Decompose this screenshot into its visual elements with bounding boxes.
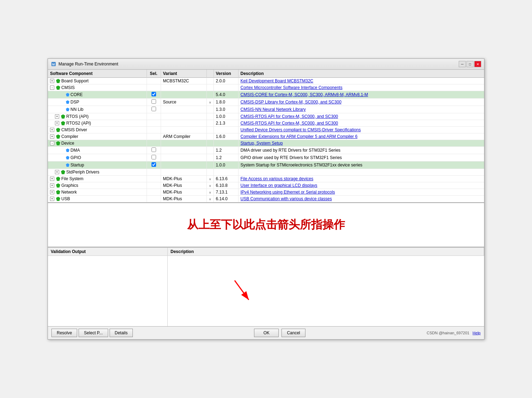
gem-icon: [56, 79, 60, 83]
sel-cell: [147, 196, 161, 202]
expand-icon[interactable]: +: [50, 190, 54, 194]
sel-cell: [147, 113, 161, 120]
details-button[interactable]: Details: [110, 329, 133, 337]
table-row: +RTOS (API)1.0.0CMSIS-RTOS API for Corte…: [48, 113, 484, 120]
variant-dropdown-arrow[interactable]: ∨: [209, 177, 211, 181]
component-name-cell: +RTOS2 (API): [48, 120, 147, 127]
gem-icon: [56, 86, 60, 90]
expand-icon[interactable]: +: [50, 183, 54, 188]
variant-dropdown-arrow[interactable]: ∨: [209, 101, 211, 104]
variant-dropdown-arrow[interactable]: ∨: [209, 184, 211, 188]
sel-checkbox[interactable]: [151, 107, 156, 111]
description-link[interactable]: Unified Device Drivers compliant to CMSI…: [241, 127, 361, 132]
expand-icon[interactable]: +: [55, 114, 59, 119]
gem-icon: [61, 114, 65, 119]
description-link[interactable]: CMSIS-DSP Library for Cortex-M, SC000, a…: [241, 100, 342, 105]
maximize-button[interactable]: □: [466, 61, 474, 67]
variant-dropdown-arrow[interactable]: ∨: [209, 191, 211, 194]
description-link[interactable]: Startup, System Setup: [241, 141, 283, 146]
table-row: +StdPeriph Drivers: [48, 169, 484, 176]
gem-icon: [56, 190, 60, 194]
table-row: +NetworkMDK-Plus∨7.13.1IPv4 Networking u…: [48, 189, 484, 196]
ok-button[interactable]: OK: [254, 329, 279, 337]
table-row: -DeviceStartup, System Setup: [48, 140, 484, 147]
svg-line-3: [235, 280, 249, 300]
variant-dropdown-cell: [206, 78, 214, 84]
help-link[interactable]: Help: [472, 331, 481, 335]
description-link[interactable]: User Interface on graphical LCD displays: [241, 183, 317, 188]
description-cell: File Access on various storage devices: [238, 176, 484, 182]
component-label: DSP: [70, 100, 79, 105]
version-cell: 1.0.0: [214, 162, 238, 169]
cancel-button[interactable]: Cancel: [282, 329, 305, 337]
description-cell: GPIO driver used by RTE Drivers for STM3…: [238, 154, 484, 162]
gem-icon: [61, 170, 65, 174]
description-link[interactable]: Keil Development Board MCBSTM32C: [241, 78, 314, 83]
table-row: +CMSIS DriverUnified Device Drivers comp…: [48, 127, 484, 133]
description-link[interactable]: CMSIS-CORE for Cortex-M, SC000, SC300, A…: [241, 92, 368, 97]
annotation-section: 从上至下以此点击箭头所指操作: [48, 203, 484, 247]
sel-cell: [147, 99, 161, 106]
sel-checkbox[interactable]: [151, 162, 156, 167]
expand-icon[interactable]: +: [50, 197, 54, 201]
sel-cell: [147, 106, 161, 113]
main-content: Software Component Sel. Variant Version …: [48, 70, 484, 339]
variant-cell: [161, 154, 206, 162]
minimize-button[interactable]: ─: [459, 61, 466, 67]
description-link[interactable]: Cortex Microcontroller Software Interfac…: [241, 85, 342, 90]
description-link[interactable]: Compiler Extensions for ARM Compiler 5 a…: [241, 134, 358, 139]
expand-icon[interactable]: +: [55, 170, 59, 174]
collapse-icon[interactable]: -: [50, 86, 54, 90]
ok-arrow-indicator: [231, 277, 259, 305]
component-name-cell: DSP: [48, 99, 147, 106]
component-name-cell: NN Lib: [48, 106, 147, 113]
sel-cell: [147, 133, 161, 140]
expand-icon[interactable]: +: [50, 128, 54, 132]
description-link[interactable]: CMSIS-NN Neural Network Library: [241, 107, 306, 112]
description-link[interactable]: USB Communication with various device cl…: [241, 196, 332, 201]
expand-icon[interactable]: +: [50, 177, 54, 181]
version-cell: 5.4.0: [214, 91, 238, 99]
expand-icon[interactable]: +: [55, 121, 59, 125]
description-link[interactable]: CMSIS-RTOS API for Cortex-M, SC000, and …: [241, 121, 338, 126]
component-label: CORE: [70, 92, 83, 97]
close-button[interactable]: ✕: [474, 61, 481, 67]
collapse-icon[interactable]: -: [50, 141, 54, 145]
variant-cell: MDK-Plus: [161, 196, 206, 202]
col-variant-arrow: [206, 70, 214, 78]
description-cell: Startup, System Setup: [238, 140, 484, 147]
component-label: DMA: [70, 148, 80, 153]
bottom-header: Validation Output Description: [48, 248, 484, 256]
description-cell: CMSIS-DSP Library for Cortex-M, SC000, a…: [238, 99, 484, 106]
description-link[interactable]: CMSIS-RTOS API for Cortex-M, SC000, and …: [241, 114, 338, 119]
description-header: Description: [168, 248, 484, 255]
table-row: -CMSISCortex Microcontroller Software In…: [48, 84, 484, 91]
variant-dropdown-arrow[interactable]: ∨: [209, 197, 211, 201]
variant-dropdown-cell: ∨: [206, 99, 214, 106]
description-cell: CMSIS-RTOS API for Cortex-M, SC000, and …: [238, 120, 484, 127]
description-cell: [238, 169, 484, 176]
version-cell: 1.6.0: [214, 133, 238, 140]
gem-small-icon: [66, 108, 69, 111]
component-name-cell: GPIO: [48, 154, 147, 162]
description-link[interactable]: File Access on various storage devices: [241, 176, 314, 181]
sel-checkbox[interactable]: [151, 99, 156, 104]
component-name-cell: +Compiler: [48, 133, 147, 140]
gem-small-icon: [66, 100, 69, 104]
variant-dropdown-cell: ∨: [206, 189, 214, 196]
description-link[interactable]: IPv4 Networking using Ethernet or Serial…: [241, 190, 335, 195]
description-cell: CMSIS-NN Neural Network Library: [238, 106, 484, 113]
gem-small-icon: [66, 149, 69, 152]
expand-icon[interactable]: +: [50, 134, 54, 139]
sel-checkbox[interactable]: [151, 155, 156, 159]
gem-icon: [56, 128, 60, 132]
sel-cell: [147, 154, 161, 162]
expand-icon[interactable]: +: [50, 79, 54, 83]
component-label: GPIO: [70, 155, 81, 160]
description-cell: Compiler Extensions for ARM Compiler 5 a…: [238, 133, 484, 140]
component-label: Graphics: [61, 183, 78, 188]
resolve-button[interactable]: Resolve: [51, 329, 77, 337]
select-p-button[interactable]: Select P...: [79, 329, 108, 337]
sel-checkbox[interactable]: [151, 147, 156, 152]
sel-checkbox[interactable]: [151, 92, 156, 96]
